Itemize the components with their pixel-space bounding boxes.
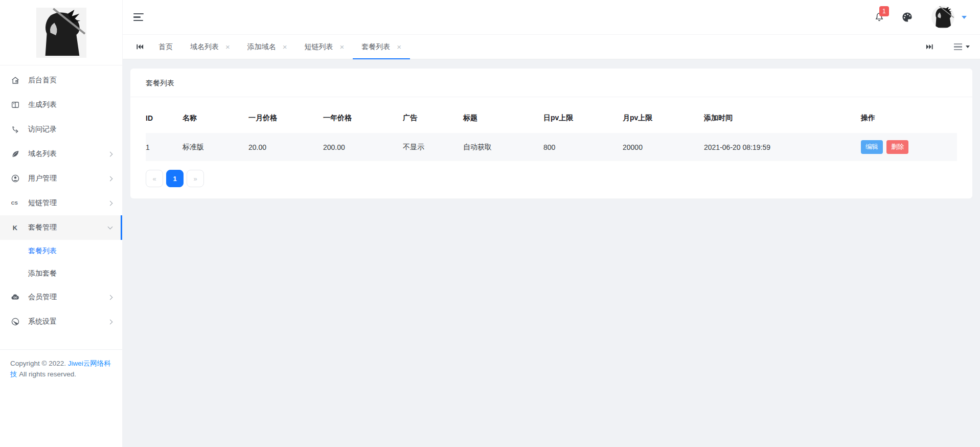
sidebar-item-label: 短链管理 [28,198,57,208]
chevron-right-icon [108,151,113,157]
tab-scroll-start-icon[interactable] [130,35,150,59]
user-icon [10,173,20,184]
table-cell: 标准版 [183,133,248,161]
tab-label: 首页 [158,42,173,52]
tab-close-icon[interactable]: × [283,43,287,51]
table-cell: 800 [543,133,623,161]
avatar[interactable] [931,6,954,29]
home-icon [10,75,20,85]
tabbar-right [920,35,973,59]
menu-fold-icon[interactable] [131,11,146,24]
table-row: 1标准版20.00200.00不显示自动获取800200002021-06-20… [146,133,957,161]
tab-scroll-end-icon[interactable] [920,43,940,51]
sidebar: 后台首页生成列表访问记录域名列表用户管理CS短链管理K套餐管理套餐列表添加套餐会… [0,0,123,447]
theme-button[interactable] [901,11,913,23]
chevron-right-icon [108,319,113,324]
app-logo [0,0,122,65]
sidebar-item-label: 生成列表 [28,100,57,109]
package-table: ID名称一月价格一年价格广告标题日pv上限月pv上限添加时间操作 1标准版20.… [146,104,957,161]
sidebar-item-user-mgmt[interactable]: 用户管理 [0,166,122,191]
card-title: 套餐列表 [130,69,972,97]
sidebar-item-label: 用户管理 [28,174,57,183]
tab-close-icon[interactable]: × [225,43,230,51]
tab-label: 短链列表 [305,42,333,52]
column-header: 添加时间 [704,104,861,133]
delete-button[interactable]: 删除 [886,140,908,154]
sidebar-item-label: 系统设置 [28,317,57,326]
pagination-page-1[interactable]: 1 [166,170,184,187]
table-cell: 200.00 [323,133,403,161]
sidebar-menu: 后台首页生成列表访问记录域名列表用户管理CS短链管理K套餐管理套餐列表添加套餐会… [0,65,122,334]
column-header: 名称 [183,104,248,133]
tab-label: 套餐列表 [361,42,390,52]
column-header: 日pv上限 [543,104,623,133]
pagination-prev-button[interactable]: « [146,170,163,187]
copyright-prefix: Copyright © 2022. [10,360,68,367]
sidebar-item-package-mgmt[interactable]: K套餐管理 [0,215,122,240]
column-header: 一年价格 [323,104,403,133]
sidebar-item-label: 套餐管理 [28,223,57,232]
chevron-right-icon [108,176,113,181]
tab-域名列表[interactable]: 域名列表× [181,35,239,59]
table-header-row: ID名称一月价格一年价格广告标题日pv上限月pv上限添加时间操作 [146,104,957,133]
panel-icon [10,100,20,110]
page-content: 套餐列表 ID名称一月价格一年价格广告标题日pv上限月pv上限添加时间操作 1标… [123,59,980,447]
tab-close-icon[interactable]: × [340,43,345,51]
package-list-card: 套餐列表 ID名称一月价格一年价格广告标题日pv上限月pv上限添加时间操作 1标… [130,69,972,198]
sidebar-item-label: 访问记录 [28,125,57,134]
chevron-right-icon [108,200,113,206]
pagination-next-button[interactable]: » [187,170,204,187]
column-header: 月pv上限 [623,104,704,133]
table-wrap: ID名称一月价格一年价格广告标题日pv上限月pv上限添加时间操作 1标准版20.… [130,97,972,161]
edit-button[interactable]: 编辑 [861,140,883,154]
k-icon: K [10,222,20,233]
avatar-image [931,6,954,29]
sidebar-item-member-mgmt[interactable]: 会员管理 [0,285,122,309]
tabbar: 首页域名列表×添加域名×短链列表×套餐列表× [123,34,980,59]
globe-icon [10,317,20,327]
sidebar-item-dashboard[interactable]: 后台首页 [0,68,122,93]
tab-label: 添加域名 [247,42,276,52]
tab-options-icon[interactable] [951,43,973,51]
notifications-button[interactable]: 1 [874,12,885,23]
chevron-right-icon [108,295,113,300]
copyright: Copyright © 2022. Jiwei云网络科技 All rights … [0,349,122,380]
tab-短链列表[interactable]: 短链列表× [296,35,353,59]
table-cell: 不显示 [403,133,463,161]
notification-badge: 1 [879,6,889,16]
tab-首页[interactable]: 首页 [150,35,181,59]
table-cell: 2021-06-20 08:19:59 [704,133,861,161]
sidebar-subitem-package-list[interactable]: 套餐列表 [0,240,122,262]
table-cell-actions: 编辑删除 [861,133,957,161]
sidebar-subitem-package-add[interactable]: 添加套餐 [0,262,122,285]
svg-text:CS: CS [11,200,18,206]
sidebar-item-generate-list[interactable]: 生成列表 [0,93,122,117]
column-header: 标题 [463,104,543,133]
table-cell: 1 [146,133,183,161]
leaf-icon [10,149,20,159]
sidebar-item-visit-records[interactable]: 访问记录 [0,117,122,142]
sidebar-item-domain-list[interactable]: 域名列表 [0,142,122,166]
sidebar-item-label: 后台首页 [28,76,57,85]
sidebar-submenu-package-mgmt: 套餐列表添加套餐 [0,240,122,285]
tab-close-icon[interactable]: × [397,43,401,51]
tab-添加域名[interactable]: 添加域名× [239,35,296,59]
chevron-down-icon [108,225,113,230]
anime-character-logo [36,8,86,58]
tab-list: 首页域名列表×添加域名×短链列表×套餐列表× [150,35,410,59]
sidebar-item-shortlink-mgmt[interactable]: CS短链管理 [0,191,122,215]
sidebar-item-label: 会员管理 [28,293,57,302]
pagination: «1» [130,161,972,198]
send-icon [10,124,20,135]
tab-套餐列表[interactable]: 套餐列表× [353,35,410,59]
column-header: 广告 [403,104,463,133]
column-header: ID [146,104,183,133]
table-cell: 自动获取 [463,133,543,161]
topbar-right: 1 [874,6,967,29]
copyright-suffix: All rights reserved. [17,370,77,378]
table-cell: 20.00 [248,133,323,161]
sidebar-item-system-settings[interactable]: 系统设置 [0,309,122,334]
caret-down-icon[interactable] [962,16,967,19]
svg-text:K: K [13,224,18,232]
tab-label: 域名列表 [190,42,219,52]
